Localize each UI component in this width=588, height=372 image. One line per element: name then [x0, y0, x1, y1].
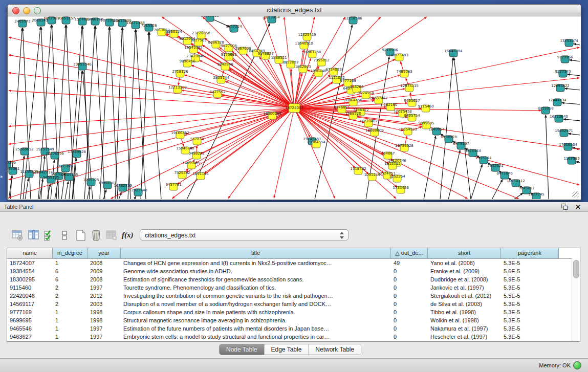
close-panel-icon[interactable]: ✕	[575, 203, 581, 212]
tab-edge-table[interactable]: Edge Table	[265, 344, 309, 355]
column-header-title[interactable]: title	[121, 248, 391, 258]
float-panel-icon[interactable]	[561, 204, 568, 210]
graph-node-13751074[interactable]: 13751074	[560, 39, 578, 47]
graph-node-9129966[interactable]: 9129966	[557, 55, 573, 63]
graph-node-8215958[interactable]: 8215958	[537, 106, 553, 114]
table-row[interactable]: 969969511998Structural magnetic resonanc…	[7, 316, 580, 324]
graph-node-16648784[interactable]: 16648784	[444, 49, 463, 57]
table-row[interactable]: 1830029562008Estimation of significance …	[7, 275, 580, 283]
scrollbar-thumb[interactable]	[573, 260, 579, 278]
graph-node-8471676[interactable]: 8471676	[496, 171, 513, 179]
tab-network-table[interactable]: Network Table	[309, 344, 361, 355]
delete-table-icon[interactable]	[90, 229, 102, 242]
table-row[interactable]: 1938455462009Genome-wide association stu…	[7, 267, 580, 275]
graph-node-5059135[interactable]: 5059135	[43, 176, 59, 183]
graph-node-587833[interactable]: 587833	[190, 137, 204, 145]
graph-node-7955812[interactable]: 7955812	[313, 58, 329, 66]
graph-node-12923448[interactable]: 12923448	[129, 188, 147, 196]
network-window-titlebar[interactable]: citations_edges.txt	[8, 5, 581, 16]
table-row[interactable]: 946554611997Estimation of the future num…	[7, 324, 580, 333]
graph-node-19756928[interactable]: 19756928	[395, 144, 413, 151]
graph-node-10653257[interactable]: 10653257	[57, 16, 75, 24]
graph-node-6479197[interactable]: 6479197	[453, 142, 469, 149]
network-table-select[interactable]: citations_edges.txt	[140, 229, 349, 240]
column-header-in_degree[interactable]: in_degree	[53, 248, 88, 258]
graph-node-784067[interactable]: 784067	[381, 151, 395, 159]
function-builder-icon[interactable]: f(x)	[122, 230, 134, 243]
graph-node-8813054[interactable]: 8813054	[264, 16, 280, 23]
graph-node-15720407[interactable]: 15720407	[359, 119, 378, 127]
resize-grip[interactable]	[572, 191, 579, 198]
graph-node-1091449[interactable]: 1091449	[364, 173, 380, 181]
graph-node-9474444[interactable]: 9474444	[465, 149, 481, 157]
graph-node-6734023[interactable]: 6734023	[325, 68, 341, 75]
graph-node-9227343[interactable]: 9227343	[555, 70, 571, 77]
graph-node-25160652[interactable]: 25160652	[15, 147, 34, 155]
select-rows-icon[interactable]	[43, 229, 55, 242]
graph-node-15692971[interactable]: 15692971	[555, 129, 573, 137]
graph-node-1862813[interactable]: 1862813	[295, 65, 311, 73]
graph-node-10973403[interactable]: 10973403	[390, 53, 408, 61]
import-table-icon[interactable]	[105, 229, 118, 242]
graph-node-12505135[interactable]: 12505135	[60, 173, 78, 181]
graph-node-9857224[interactable]: 9857224	[226, 25, 242, 32]
graph-node-1640954[interactable]: 1640954	[428, 127, 445, 135]
graph-node-835061[interactable]: 835061	[8, 167, 19, 174]
graph-node-12444134[interactable]: 12444134	[548, 98, 567, 106]
graph-node-19166852[interactable]: 19166852	[171, 131, 189, 139]
graph-node-10654112[interactable]: 10654112	[507, 179, 525, 187]
graph-node-12975115[interactable]: 12975115	[400, 84, 419, 92]
graph-node-20206556[interactable]: 20206556	[46, 151, 64, 159]
graph-node-1691144[interactable]: 1691144	[192, 172, 209, 180]
graph-node-13640910[interactable]: 13640910	[295, 41, 313, 49]
graph-node-9498222[interactable]: 9498222	[188, 151, 204, 159]
graph-node-19384554[interactable]: 19384554	[307, 140, 325, 148]
graph-node-1733426[interactable]: 1733426	[393, 186, 409, 193]
graph-node-1615112[interactable]: 1615112	[384, 162, 400, 169]
graph-node-2935114[interactable]: 2935114	[475, 156, 492, 164]
stacked-rows-icon[interactable]	[58, 229, 71, 242]
graph-node-14099489[interactable]: 14099489	[182, 161, 201, 169]
graph-node-1827845[interactable]: 1827845	[528, 192, 544, 199]
graph-node-20053346[interactable]: 20053346	[73, 62, 92, 70]
table-settings-icon[interactable]	[11, 229, 24, 242]
graph-node-12213389[interactable]: 12213389	[168, 85, 187, 93]
column-header-pagerank[interactable]: pagerank	[501, 248, 559, 258]
column-header-out_de[interactable]: △ out_de...	[391, 248, 428, 258]
tab-node-table[interactable]: Node Table	[220, 344, 265, 355]
graph-node-17359928[interactable]: 17359928	[68, 150, 86, 158]
graph-node-1167533[interactable]: 1167533	[563, 157, 579, 164]
graph-node-12218586[interactable]: 12218586	[344, 16, 362, 24]
graph-node-9827505[interactable]: 9827505	[190, 38, 206, 46]
graph-node-1990448[interactable]: 1990448	[310, 69, 326, 77]
column-header-short[interactable]: short	[428, 248, 501, 258]
graph-node-16543382[interactable]: 16543382	[184, 46, 203, 53]
memory-status-indicator[interactable]	[573, 361, 581, 369]
graph-node-1252254[interactable]: 1252254	[389, 174, 405, 182]
graph-node-19654923[interactable]: 19654923	[399, 127, 417, 135]
graph-node-17016504[interactable]: 17016504	[559, 143, 577, 150]
graph-node-9495754[interactable]: 9495754	[404, 114, 420, 121]
graph-node-2405572[interactable]: 2405572	[14, 19, 30, 27]
graph-node-2718126[interactable]: 2718126	[172, 70, 188, 77]
new-table-icon[interactable]	[75, 229, 87, 242]
graph-node-1588520[interactable]: 1588520	[345, 112, 361, 119]
graph-node-7632621[interactable]: 7632621	[487, 164, 503, 171]
network-canvas[interactable]: 2405572206914066867937106532571527602646…	[8, 16, 580, 199]
column-header-name[interactable]: name	[7, 248, 53, 258]
table-row[interactable]: 977716911998Corpus callosum shape and si…	[7, 308, 580, 316]
graph-node-12093822[interactable]: 12093822	[551, 84, 570, 92]
table-row[interactable]: 1456911722003Disruption of a novel membe…	[7, 300, 580, 308]
table-row[interactable]: 2242004622012Investigating the contribut…	[7, 292, 580, 300]
table-scrollbar[interactable]	[572, 258, 580, 341]
graph-node-9457791[interactable]: 9457791	[165, 183, 181, 190]
graph-node-20364456[interactable]: 20364456	[344, 98, 362, 106]
graph-node-9115460[interactable]: 9115460	[418, 104, 433, 112]
graph-node-7485063[interactable]: 7485063	[396, 70, 412, 77]
panel-collapse-arrow[interactable]: ▸	[1, 174, 3, 179]
show-columns-icon[interactable]	[28, 229, 40, 242]
table-row[interactable]: 1872400712008Changes of HCN gene express…	[7, 259, 580, 267]
table-row[interactable]: 946362711997Embryonic stem cells: a mode…	[7, 333, 580, 341]
column-header-year[interactable]: year	[88, 248, 121, 258]
graph-node-16210643[interactable]: 16210643	[550, 115, 568, 122]
